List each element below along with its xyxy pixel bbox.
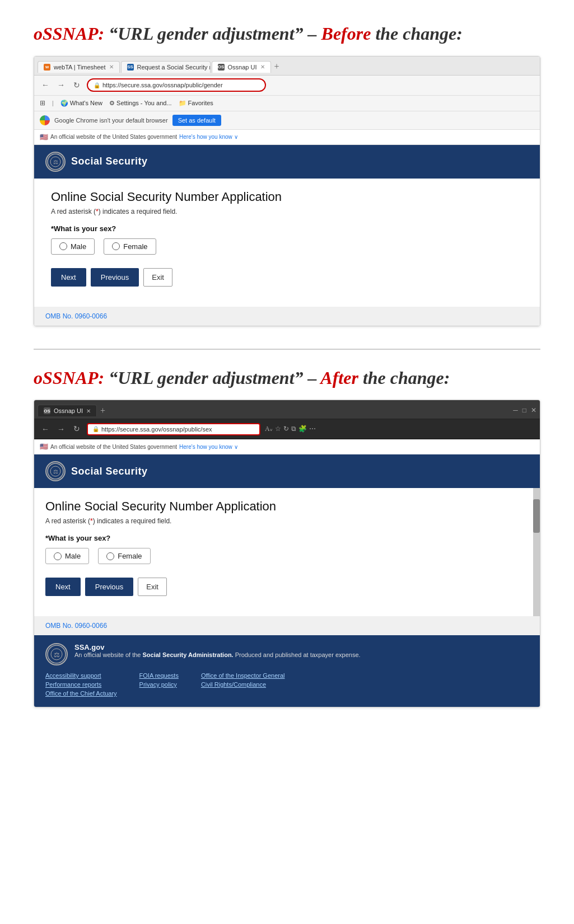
radio-female-label-before: Female bbox=[123, 242, 147, 251]
gov-banner-text: An official website of the United States… bbox=[50, 134, 177, 140]
new-tab-button[interactable]: + bbox=[274, 62, 279, 72]
svg-text:⚖: ⚖ bbox=[54, 651, 60, 659]
footer-link-civil-rights[interactable]: Civil Rights/Compliance bbox=[201, 681, 285, 688]
minimize-button[interactable]: ─ bbox=[513, 406, 518, 415]
gov-banner-before: 🇺🇸 An official website of the United Sta… bbox=[34, 130, 540, 145]
apps-icon[interactable]: ⊞ bbox=[40, 99, 45, 107]
heading-suffix-after: the change: bbox=[363, 368, 450, 388]
exit-button-before[interactable]: Exit bbox=[143, 268, 172, 287]
radio-female-after[interactable]: Female bbox=[98, 548, 150, 564]
app-title-before: Online Social Security Number Applicatio… bbox=[51, 190, 523, 204]
gov-banner-text-after: An official website of the United States… bbox=[50, 444, 177, 450]
ssa-seal-after: ⚖ bbox=[46, 462, 64, 480]
footer-link-foia[interactable]: FOIA requests bbox=[139, 672, 179, 679]
flag-icon-after: 🇺🇸 bbox=[40, 443, 48, 451]
svg-text:⚖: ⚖ bbox=[53, 468, 58, 475]
svg-text:⚖: ⚖ bbox=[53, 159, 58, 165]
next-button-after[interactable]: Next bbox=[45, 578, 81, 596]
forward-button[interactable]: → bbox=[55, 81, 67, 90]
browser-addressbar-before: ← → ↻ 🔒 https://secure.ssa.gov/ossnap/pu… bbox=[34, 76, 540, 96]
browser-tab-after-1[interactable]: OS Ossnap UI ✕ bbox=[38, 405, 97, 416]
radio-circle-female-after bbox=[106, 552, 114, 560]
gov-banner-after: 🇺🇸 An official website of the United Sta… bbox=[34, 439, 540, 454]
refresh-button-after[interactable]: ↻ bbox=[71, 424, 82, 434]
tab-label-after-1: Ossnap UI bbox=[54, 407, 83, 414]
radio-male-before[interactable]: Male bbox=[51, 238, 95, 255]
refresh-button[interactable]: ↻ bbox=[71, 81, 82, 90]
tab-label-2: Request a Social Security num… bbox=[137, 64, 211, 71]
back-button[interactable]: ← bbox=[40, 81, 51, 90]
tab-close-after-1[interactable]: ✕ bbox=[86, 408, 91, 414]
footer-link-accessibility[interactable]: Accessibility support bbox=[45, 672, 117, 679]
chrome-notification: Google Chrome isn't your default browser… bbox=[34, 111, 540, 130]
ssa-footer-site: SSA.gov bbox=[74, 643, 361, 651]
brand-label-after: oSSNAP: bbox=[34, 368, 104, 388]
tab-favicon-after-1: OS bbox=[44, 407, 50, 414]
refresh-icon-right[interactable]: ↻ bbox=[283, 425, 289, 433]
next-button-before[interactable]: Next bbox=[51, 268, 86, 287]
ssa-logo-after: ⚖ bbox=[45, 461, 66, 481]
chrome-icon bbox=[40, 115, 50, 125]
tab-label-1: webTA | Timesheet bbox=[54, 64, 106, 71]
gov-banner-link[interactable]: Here's how you know ∨ bbox=[179, 134, 238, 140]
footer-col-1: Accessibility support Performance report… bbox=[45, 672, 117, 699]
field-label-before: *What is your sex? bbox=[51, 224, 523, 233]
omb-link-before[interactable]: OMB No. 0960-0066 bbox=[45, 312, 107, 320]
previous-button-before[interactable]: Previous bbox=[91, 268, 139, 287]
tab-close-3[interactable]: ✕ bbox=[260, 64, 265, 70]
scrollbar-thumb[interactable] bbox=[533, 499, 540, 533]
previous-button-after[interactable]: Previous bbox=[85, 578, 134, 596]
address-bar-after[interactable]: 🔒 https://secure.ssa.gov/ossnap/public/s… bbox=[87, 423, 260, 435]
favorites-icon[interactable]: ☆ bbox=[275, 425, 281, 433]
tab-icon[interactable]: ⧉ bbox=[291, 425, 296, 433]
extensions-icon[interactable]: 🧩 bbox=[298, 425, 307, 433]
browser-tab-2[interactable]: SS Request a Social Security num… ✕ bbox=[121, 61, 211, 73]
favorites-bookmark[interactable]: 📁 Favorites bbox=[179, 100, 213, 107]
radio-female-label-after: Female bbox=[118, 552, 142, 560]
flag-icon: 🇺🇸 bbox=[40, 133, 48, 141]
radio-circle-female-before bbox=[112, 242, 120, 250]
heading-suffix-before: the change: bbox=[375, 24, 463, 44]
radio-female-before[interactable]: Female bbox=[104, 238, 156, 255]
footer-link-inspector[interactable]: Office of the Inspector General bbox=[201, 672, 285, 679]
footer-link-chief-actuary[interactable]: Office of the Chief Actuary bbox=[45, 690, 117, 697]
section-heading-after: oSSNAP: “URL gender adjustment” – After … bbox=[34, 367, 540, 390]
page-content-wrapper-after: Online Social Security Number Applicatio… bbox=[34, 488, 540, 616]
radio-circle-male-before bbox=[59, 242, 67, 250]
heading-text-after: “URL gender adjustment” – bbox=[109, 368, 316, 388]
gov-banner-link-after[interactable]: Here's how you know ∨ bbox=[179, 444, 238, 450]
required-note-after: A red asterisk (*) indicates a required … bbox=[45, 517, 516, 525]
settings-bookmark[interactable]: ⚙ Settings - You and... bbox=[109, 100, 172, 107]
ssa-header-before: ⚖ Social Security bbox=[34, 145, 540, 179]
reader-icon[interactable]: Aᵥ bbox=[265, 425, 273, 433]
browser-tab-1[interactable]: w webTA | Timesheet ✕ bbox=[38, 61, 120, 73]
browser-tabbar-after: OS Ossnap UI ✕ + ─ □ ✕ bbox=[34, 400, 540, 419]
browser-after: OS Ossnap UI ✕ + ─ □ ✕ ← → ↻ 🔒 https://s… bbox=[34, 400, 540, 707]
omb-footer-after: OMB No. 0960-0066 bbox=[34, 616, 540, 635]
new-tab-button-after[interactable]: + bbox=[100, 406, 105, 416]
browser-tab-3[interactable]: OS Ossnap UI ✕ bbox=[212, 61, 271, 73]
ssa-footer-text: SSA.gov An official website of the Socia… bbox=[74, 643, 361, 658]
omb-link-after[interactable]: OMB No. 0960-0066 bbox=[45, 622, 107, 630]
footer-col-3: Office of the Inspector General Civil Ri… bbox=[201, 672, 285, 699]
footer-col-2: FOIA requests Privacy policy bbox=[139, 672, 179, 699]
exit-button-after[interactable]: Exit bbox=[138, 578, 167, 596]
scrollbar[interactable] bbox=[533, 488, 540, 616]
heading-change-after: After bbox=[320, 368, 358, 388]
back-button-after[interactable]: ← bbox=[40, 425, 51, 434]
whats-new-bookmark[interactable]: 🌍 What's New bbox=[60, 100, 102, 107]
radio-group-before: Male Female bbox=[51, 238, 523, 255]
tab-close-1[interactable]: ✕ bbox=[109, 64, 114, 70]
ssa-title-before: Social Security bbox=[71, 156, 148, 167]
url-text-after: https://secure.ssa.gov/ossnap/public/sex bbox=[101, 426, 212, 433]
close-window-button[interactable]: ✕ bbox=[531, 406, 536, 415]
settings-icon[interactable]: ⋯ bbox=[309, 425, 316, 433]
forward-button-after[interactable]: → bbox=[55, 425, 67, 434]
app-title-after: Online Social Security Number Applicatio… bbox=[45, 499, 516, 514]
radio-male-after[interactable]: Male bbox=[45, 548, 89, 564]
footer-link-performance[interactable]: Performance reports bbox=[45, 681, 117, 688]
footer-link-privacy[interactable]: Privacy policy bbox=[139, 681, 179, 688]
address-bar[interactable]: 🔒 https://secure.ssa.gov/ossnap/public/g… bbox=[87, 78, 266, 92]
set-default-button[interactable]: Set as default bbox=[172, 115, 221, 126]
maximize-button[interactable]: □ bbox=[522, 406, 526, 415]
